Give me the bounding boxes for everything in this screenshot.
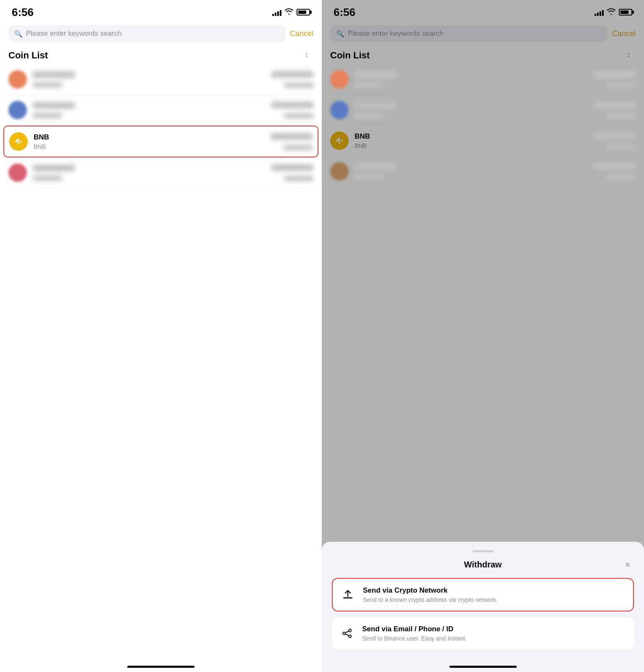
search-icon: 🔍 xyxy=(336,30,344,38)
right-phone-panel: 6:56 🔍 Please enter keyw xyxy=(322,0,644,672)
list-item xyxy=(330,156,636,187)
coin-icon xyxy=(8,70,27,89)
right-search-bar: 🔍 Please enter keywords search Cancel xyxy=(322,22,644,45)
right-status-time: 6:56 xyxy=(334,6,355,19)
sheet-header: Withdraw × xyxy=(332,560,634,570)
svg-point-2 xyxy=(18,141,19,142)
coin-name-blur xyxy=(33,102,75,109)
coin-icon xyxy=(330,70,349,89)
bnb-coin-row-right: BNB BNB xyxy=(330,126,636,156)
right-search-input-wrap[interactable]: 🔍 Please enter keywords search xyxy=(330,25,608,42)
coin-name-blur xyxy=(33,71,75,78)
email-phone-info: Send via Email / Phone / ID Send to Bina… xyxy=(362,625,627,642)
coin-price-blur xyxy=(271,102,313,108)
coin-value-wrap xyxy=(271,102,313,118)
list-item[interactable] xyxy=(8,158,313,188)
list-item[interactable] xyxy=(8,95,313,126)
bnb-coin-info: BNB BNB xyxy=(355,132,588,149)
coin-info xyxy=(355,71,588,87)
left-coin-list-title: Coin List xyxy=(8,50,48,61)
bnb-coin-info: BNB BNB xyxy=(34,133,265,150)
home-bar xyxy=(449,666,517,668)
svg-point-9 xyxy=(349,635,351,638)
coin-change-blur xyxy=(606,175,636,180)
bnb-name: BNB xyxy=(355,132,588,141)
right-status-bar: 6:56 xyxy=(322,0,644,22)
coin-value-wrap xyxy=(594,102,636,118)
coin-value-wrap xyxy=(594,163,636,180)
list-item xyxy=(330,95,636,126)
coin-symbol-blur xyxy=(355,174,384,179)
right-home-indicator xyxy=(332,655,634,672)
search-icon: 🔍 xyxy=(14,30,23,38)
coin-value-wrap xyxy=(271,71,313,88)
bnb-change-blur xyxy=(283,145,313,150)
coin-icon xyxy=(8,101,27,119)
left-search-placeholder: Please enter keywords search xyxy=(26,29,122,38)
coin-name-blur xyxy=(355,163,397,170)
list-item xyxy=(330,64,636,95)
coin-change-blur xyxy=(284,113,313,118)
left-search-bar: 🔍 Please enter keywords search Cancel xyxy=(0,22,322,45)
crypto-network-option[interactable]: Send via Crypto Network Send to a known … xyxy=(332,578,634,612)
sort-icon[interactable]: ↕ xyxy=(626,50,636,61)
bnb-symbol: BNB xyxy=(355,142,588,149)
bnb-price-blur xyxy=(594,132,636,139)
email-phone-option[interactable]: Send via Email / Phone / ID Send to Bina… xyxy=(332,617,634,649)
coin-icon xyxy=(330,162,349,181)
list-item[interactable] xyxy=(8,64,313,95)
upload-icon xyxy=(339,586,356,603)
coin-symbol-blur xyxy=(355,82,384,87)
svg-point-7 xyxy=(349,629,351,632)
bnb-value-wrap xyxy=(594,132,636,149)
coin-change-blur xyxy=(284,176,313,181)
sheet-title: Withdraw xyxy=(464,560,502,570)
left-cancel-button[interactable]: Cancel xyxy=(290,29,313,38)
coin-price-blur xyxy=(594,102,636,108)
coin-info xyxy=(33,102,265,118)
withdraw-bottom-sheet: Withdraw × Send via Crypto Network Send … xyxy=(322,542,644,672)
left-phone-panel: 6:56 🔍 Please enter keyw xyxy=(0,0,322,672)
left-coin-list: BNB BNB xyxy=(0,64,322,655)
right-status-icons xyxy=(594,8,632,17)
email-phone-title: Send via Email / Phone / ID xyxy=(362,625,627,633)
coin-change-blur xyxy=(606,113,636,118)
coin-symbol-blur xyxy=(33,113,62,118)
coin-change-blur xyxy=(606,83,636,88)
coin-symbol-blur xyxy=(33,82,62,87)
left-section-header: Coin List ↕ xyxy=(0,45,322,64)
coin-value-wrap xyxy=(271,164,313,181)
coin-symbol-blur xyxy=(355,113,384,118)
sort-icon[interactable]: ↕ xyxy=(304,50,313,61)
bnb-price-blur xyxy=(271,133,313,140)
coin-info xyxy=(355,163,588,179)
coin-symbol-blur xyxy=(33,176,62,181)
coin-info xyxy=(33,165,265,181)
svg-rect-6 xyxy=(343,597,352,598)
battery-icon xyxy=(297,9,310,16)
wifi-icon xyxy=(607,8,615,17)
coin-name-blur xyxy=(355,71,397,78)
bnb-symbol: BNB xyxy=(34,143,265,150)
svg-text:↕: ↕ xyxy=(305,50,308,59)
bnb-coin-row[interactable]: BNB BNB xyxy=(3,126,318,158)
coin-name-blur xyxy=(33,165,75,171)
svg-point-5 xyxy=(339,140,340,142)
close-button[interactable]: × xyxy=(621,559,634,571)
svg-text:↕: ↕ xyxy=(627,50,631,59)
bnb-change-blur xyxy=(606,144,636,149)
bnb-icon xyxy=(330,131,349,150)
right-section-header: Coin List ↕ xyxy=(322,45,644,64)
bnb-value-wrap xyxy=(271,133,313,150)
right-coin-list: BNB BNB xyxy=(322,64,644,368)
crypto-network-info: Send via Crypto Network Send to a known … xyxy=(363,586,626,603)
right-search-placeholder: Please enter keywords search xyxy=(348,29,444,38)
sheet-handle xyxy=(473,550,494,552)
left-home-indicator xyxy=(0,655,322,672)
wifi-icon xyxy=(285,8,293,17)
bnb-icon xyxy=(9,132,28,151)
left-search-input-wrap[interactable]: 🔍 Please enter keywords search xyxy=(8,25,286,42)
coin-price-blur xyxy=(594,71,636,78)
coin-price-blur xyxy=(594,163,636,170)
right-cancel-button[interactable]: Cancel xyxy=(612,29,636,38)
